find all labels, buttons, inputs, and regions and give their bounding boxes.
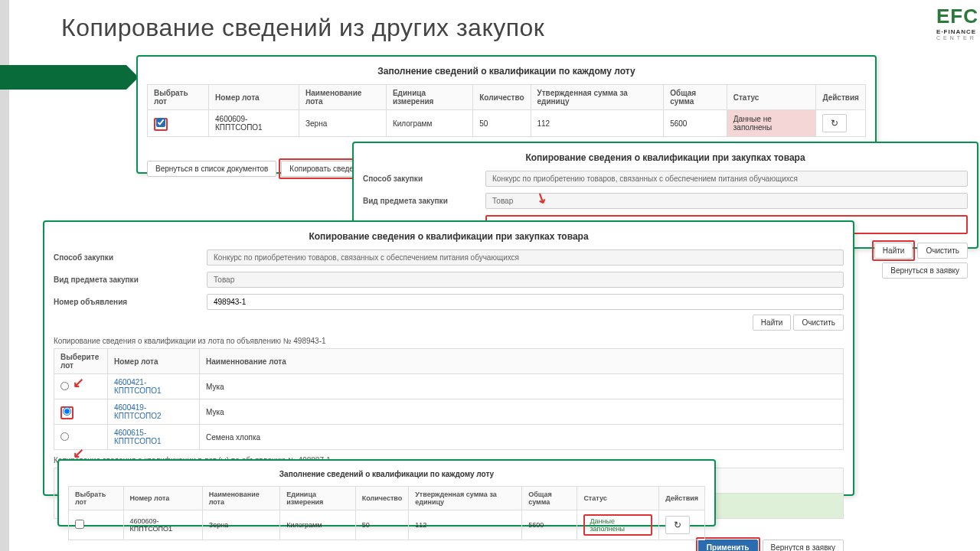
th: Наименование лота (299, 85, 387, 110)
select-lot-checkbox[interactable] (156, 118, 165, 127)
cell-name: Зерна (299, 110, 387, 137)
input-method: Конкурс по приобретению товаров, связанн… (485, 171, 968, 187)
panel4-title: Заполнение сведений о квалификации по ка… (68, 470, 705, 478)
lot-radio[interactable] (63, 407, 71, 416)
label-subject: Вид предмета закупки (54, 276, 207, 284)
th: Утвержденная сумма за единицу (409, 487, 522, 510)
th: Наименование лота (202, 487, 279, 510)
caption-source: Копирование сведения о квалификации из л… (54, 337, 844, 345)
th: Выбрать лот (148, 85, 209, 110)
checkbox-highlight (154, 118, 168, 131)
th: Статус (577, 487, 659, 510)
th: Выберите лот (54, 349, 108, 374)
table-row: 4600421-КППТСОПО1Мука (54, 374, 844, 399)
th: Общая сумма (664, 85, 727, 110)
table-row: 4600609-КППТСОПО1 Зерна Килограмм 50 112… (148, 110, 866, 137)
cell: 5600 (522, 510, 577, 540)
find-button[interactable]: Найти (753, 315, 792, 331)
panel-copy-large: Копирование сведения о квалификации при … (43, 220, 854, 496)
cell-total: 5600 (664, 110, 727, 137)
return-button[interactable]: Вернуться в заявку (882, 262, 968, 279)
th: Количество (473, 85, 531, 110)
label-method: Способ закупки (54, 253, 207, 262)
clear-button[interactable]: Очистить (793, 315, 844, 331)
label-method: Способ закупки (363, 174, 485, 183)
lot-link[interactable]: 4600421-КППТСОПО1 (108, 374, 200, 399)
table-source-lots: Выберите лот Номер лота Наименнование ло… (54, 348, 844, 450)
logo-main: EFC (936, 5, 978, 28)
return-button[interactable]: Вернутся в заявку (763, 540, 844, 551)
th: Действия (816, 85, 866, 110)
panel3-title: Копирование сведения о квалификации при … (54, 231, 844, 242)
cell-status: Данные не заполнены (727, 110, 816, 137)
table-row: 4600419-КППТСОПО2Мука (54, 399, 844, 425)
lot-radio[interactable] (60, 432, 69, 441)
logo: EFC E·FINANCE CENTER (936, 5, 978, 41)
th: Единица измерения (280, 487, 356, 510)
find-button[interactable]: Найти (874, 243, 913, 259)
slide-title: Копирование сведений из других закупок (61, 14, 544, 42)
status-highlight: Данные заполнены (583, 514, 652, 536)
refresh-icon[interactable]: ↻ (665, 516, 690, 534)
th: Наименнование лота (200, 349, 844, 374)
arrow-icon: ↙ (73, 374, 84, 391)
cell-unit: Килограмм (386, 110, 472, 137)
panel1-title: Заполнение сведений о квалификации по ка… (147, 66, 866, 77)
cell-qty: 50 (473, 110, 531, 137)
cell-price: 112 (531, 110, 664, 137)
cell: Килограмм (280, 510, 356, 540)
logo-sub2: CENTER (936, 35, 978, 41)
table-row: 4600609-КППТСОПО1 Зерна Килограмм 50 112… (69, 510, 705, 540)
table-result: Выбрать лот Номер лота Наименование лота… (68, 486, 705, 540)
back-button[interactable]: Вернуться в список документов (147, 161, 276, 177)
label-subject: Вид предмета закупки (363, 197, 485, 205)
select-lot-checkbox[interactable] (75, 520, 84, 529)
input-method: Конкурс по приобретению товаров, связанн… (207, 249, 844, 266)
refresh-icon[interactable]: ↻ (822, 114, 847, 132)
lot-link[interactable]: 4600419-КППТСОПО2 (108, 399, 200, 425)
th: Общая сумма (522, 487, 577, 510)
input-subject: Товар (485, 193, 968, 209)
th: Номер лота (123, 487, 202, 510)
clear-button[interactable]: Очистить (917, 243, 968, 259)
th: Утвержденная сумма за единицу (531, 85, 664, 110)
label-announce: Номер объявления (54, 298, 207, 306)
find-highlight: Найти (872, 240, 916, 261)
table-row: 4600615-КППТСОПО1Семена хлопка (54, 425, 844, 450)
announce-input[interactable] (207, 294, 844, 310)
cell: Семена хлопка (200, 425, 844, 450)
panel-result: Заполнение сведений о квалификации по ка… (57, 459, 716, 527)
th: Статус (727, 85, 816, 110)
cell: Мука (200, 399, 844, 425)
th: Количество (355, 487, 408, 510)
panel2-title: Копирование сведения о квалификации при … (363, 152, 968, 163)
lot-radio[interactable] (60, 382, 69, 390)
cell: 4600609-КППТСОПО1 (123, 510, 202, 540)
arrow-decor (0, 65, 126, 90)
th: Выбрать лот (69, 487, 124, 510)
cell: 50 (355, 510, 408, 540)
th: Номер лота (209, 85, 299, 110)
th: Действия (659, 487, 705, 510)
cell: 112 (409, 510, 522, 540)
lot-link[interactable]: 4600615-КППТСОПО1 (108, 425, 200, 450)
cell: Мука (200, 374, 844, 399)
cell-num: 4600609-КППТСОПО1 (209, 110, 299, 137)
input-subject: Товар (207, 272, 844, 288)
th: Единица измерения (386, 85, 472, 110)
th: Номер лота (108, 349, 200, 374)
logo-sub: E·FINANCE (936, 28, 978, 35)
cell: Зерна (202, 510, 279, 540)
table-lots: Выбрать лот Номер лота Наименование лота… (147, 84, 866, 137)
radio-highlight (60, 406, 74, 419)
